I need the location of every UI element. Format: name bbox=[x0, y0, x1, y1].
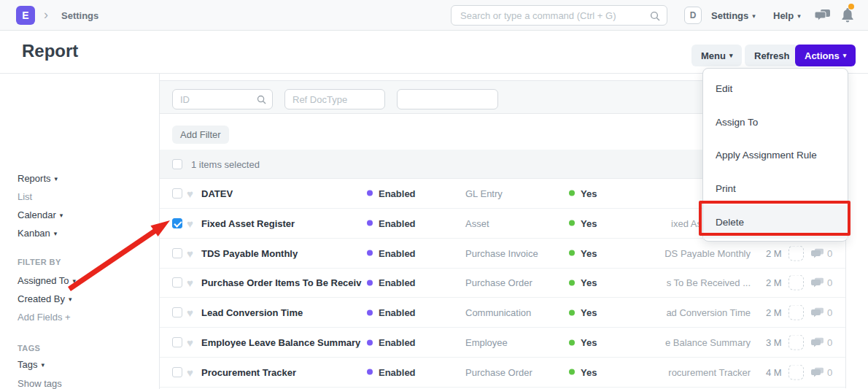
row-checkbox[interactable] bbox=[172, 188, 182, 199]
row-checkbox[interactable] bbox=[172, 218, 182, 228]
table-row[interactable]: ♥ Purchase Order Items To Be Receiv Enab… bbox=[160, 269, 846, 299]
row-comments: 0 bbox=[811, 366, 832, 377]
row-ref-doctype: GL Entry bbox=[465, 188, 503, 199]
tags-heading: TAGS bbox=[18, 344, 40, 353]
menu-button-label: Menu bbox=[701, 50, 726, 61]
menu-item-delete[interactable]: Delete bbox=[703, 205, 848, 239]
assign-placeholder[interactable] bbox=[788, 275, 804, 290]
row-checkbox[interactable] bbox=[172, 307, 182, 317]
row-ref-doctype: Communication bbox=[465, 307, 531, 318]
row-title[interactable]: DATEV bbox=[201, 188, 363, 199]
sidebar-filter-created-by[interactable]: Created By▾ bbox=[18, 293, 72, 304]
status-dot bbox=[367, 190, 373, 196]
table-row[interactable]: ♥ Lead Conversion Time Enabled Communica… bbox=[160, 298, 846, 328]
table-row[interactable]: ♥ Employee Leave Balance Summary Enabled… bbox=[160, 328, 846, 358]
row-id-text: rocurement Tracker bbox=[627, 366, 751, 377]
actions-button[interactable]: Actions▾ bbox=[795, 45, 856, 66]
sidebar-show-tags[interactable]: Show tags bbox=[18, 378, 62, 389]
row-disabled-flag: Yes bbox=[569, 188, 597, 199]
selected-count-text: 1 items selected bbox=[191, 159, 260, 170]
assign-placeholder[interactable] bbox=[788, 305, 804, 320]
row-disabled-flag: Yes bbox=[569, 217, 597, 228]
menu-item-edit[interactable]: Edit bbox=[703, 72, 848, 106]
table-row[interactable]: ♥ Procurement Tracker Enabled Purchase O… bbox=[160, 358, 846, 388]
like-icon[interactable]: ♥ bbox=[187, 307, 193, 319]
sidebar-tags[interactable]: Tags▾ bbox=[18, 359, 44, 370]
sidebar-item-reports[interactable]: Reports▾ bbox=[18, 173, 58, 184]
navbar-help-menu[interactable]: Help▾ bbox=[773, 10, 801, 21]
row-ref-doctype: Asset bbox=[465, 217, 489, 228]
menu-item-print[interactable]: Print bbox=[703, 172, 848, 206]
caret-down-icon: ▾ bbox=[55, 175, 58, 182]
sidebar-item-label: Created By bbox=[18, 293, 65, 304]
like-icon[interactable]: ♥ bbox=[187, 366, 193, 378]
row-id-text: e Balance Summary bbox=[627, 337, 751, 348]
comment-icon bbox=[811, 308, 824, 317]
assign-placeholder[interactable] bbox=[788, 364, 804, 380]
sidebar-item-label: Add Fields bbox=[18, 312, 62, 323]
row-title[interactable]: TDS Payable Monthly bbox=[201, 247, 363, 258]
row-title[interactable]: Purchase Order Items To Be Receiv bbox=[201, 277, 363, 288]
row-status: Enabled bbox=[367, 188, 416, 199]
add-filter-button[interactable]: Add Filter bbox=[172, 126, 229, 144]
row-comments: 0 bbox=[811, 277, 832, 288]
global-search-input[interactable] bbox=[452, 6, 667, 25]
app-logo[interactable]: E bbox=[16, 6, 35, 25]
status-label: Enabled bbox=[379, 277, 416, 288]
yes-dot bbox=[569, 190, 575, 196]
navbar-settings-menu[interactable]: Settings▾ bbox=[711, 10, 756, 21]
row-status: Enabled bbox=[367, 307, 416, 318]
status-dot bbox=[367, 280, 373, 285]
like-icon[interactable]: ♥ bbox=[187, 187, 193, 199]
row-checkbox[interactable] bbox=[172, 248, 182, 258]
app-logo-letter: E bbox=[22, 9, 28, 21]
row-title[interactable]: Lead Conversion Time bbox=[201, 307, 363, 318]
assign-placeholder[interactable] bbox=[788, 245, 804, 261]
comment-count: 0 bbox=[827, 366, 832, 377]
row-comments: 0 bbox=[811, 247, 832, 258]
row-checkbox[interactable] bbox=[172, 337, 182, 347]
extra-filter-input[interactable] bbox=[398, 90, 497, 109]
avatar[interactable]: D bbox=[684, 7, 702, 24]
caret-down-icon: ▾ bbox=[69, 296, 72, 303]
select-all-checkbox[interactable] bbox=[172, 159, 182, 169]
global-search bbox=[451, 5, 667, 26]
caret-down-icon: ▾ bbox=[752, 12, 756, 20]
breadcrumb[interactable]: Settings bbox=[61, 10, 98, 21]
menu-button[interactable]: Menu▾ bbox=[691, 45, 742, 66]
row-modified: 2 M bbox=[766, 307, 782, 318]
sidebar: Reports▾ List Calendar▾ Kanban▾ FILTER B… bbox=[0, 74, 160, 389]
ref-doctype-filter-input[interactable] bbox=[285, 90, 384, 109]
row-title[interactable]: Procurement Tracker bbox=[201, 366, 363, 377]
refresh-button[interactable]: Refresh bbox=[745, 45, 799, 66]
table-row[interactable]: ♥ TDS Payable Monthly Enabled Purchase I… bbox=[160, 239, 846, 269]
row-comments: 0 bbox=[811, 337, 832, 348]
row-title[interactable]: Employee Leave Balance Summary bbox=[201, 337, 363, 348]
sidebar-item-list[interactable]: List bbox=[18, 191, 32, 202]
sidebar-filter-assigned-to[interactable]: Assigned To▾ bbox=[18, 275, 76, 286]
menu-item-assign-to[interactable]: Assign To bbox=[703, 106, 848, 139]
sidebar-item-kanban[interactable]: Kanban▾ bbox=[18, 228, 57, 239]
row-ref-doctype: Purchase Invoice bbox=[465, 247, 538, 258]
like-icon[interactable]: ♥ bbox=[187, 217, 193, 229]
sidebar-item-calendar[interactable]: Calendar▾ bbox=[18, 209, 63, 220]
like-icon[interactable]: ♥ bbox=[187, 247, 193, 259]
row-checkbox[interactable] bbox=[172, 277, 182, 288]
comment-count: 0 bbox=[827, 277, 832, 288]
refresh-button-label: Refresh bbox=[754, 50, 789, 61]
menu-item-apply-assignment-rule[interactable]: Apply Assignment Rule bbox=[703, 139, 848, 172]
assign-placeholder[interactable] bbox=[788, 335, 804, 350]
row-comments: 0 bbox=[811, 307, 832, 318]
like-icon[interactable]: ♥ bbox=[187, 277, 193, 289]
sidebar-add-fields[interactable]: Add Fields + bbox=[18, 312, 71, 323]
row-ref-doctype: Employee bbox=[465, 337, 508, 348]
like-icon[interactable]: ♥ bbox=[187, 336, 193, 349]
yes-dot bbox=[569, 280, 575, 285]
row-title[interactable]: Fixed Asset Register bbox=[201, 217, 363, 228]
sidebar-item-label: Reports bbox=[18, 173, 51, 184]
chat-icon[interactable] bbox=[815, 9, 831, 22]
row-checkbox[interactable] bbox=[172, 367, 182, 377]
yes-dot bbox=[569, 339, 575, 345]
status-label: Enabled bbox=[379, 217, 416, 228]
notification-bell-icon[interactable] bbox=[841, 8, 854, 23]
